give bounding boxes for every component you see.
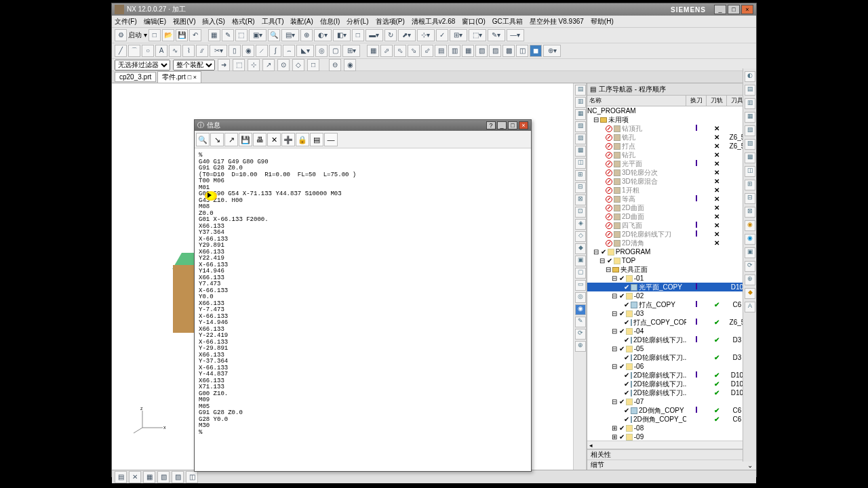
tree-row[interactable]: ✔ 光平面_COPYD10 [587, 283, 756, 291]
info-save-icon[interactable]: 💾 [239, 133, 252, 146]
op7-icon[interactable]: ▥ [448, 45, 460, 57]
start-icon[interactable]: ⚙ [115, 29, 127, 41]
op10-icon[interactable]: ▨ [489, 45, 501, 57]
csys-icon[interactable]: ⊹▾ [417, 29, 435, 41]
sb5-icon[interactable]: ▨ [172, 471, 184, 483]
line-icon[interactable]: —▾ [507, 29, 524, 41]
op1-icon[interactable]: ▦ [367, 45, 379, 57]
vb2-icon[interactable]: ▥ [575, 97, 586, 108]
tree-row[interactable]: ✔ 2D倒角_COPY_COPY✔C6 [587, 415, 756, 424]
start-label[interactable]: 启动 ▾ [128, 30, 147, 40]
arc-tool-icon[interactable]: ⌒ [128, 45, 140, 57]
rs8-icon[interactable]: ◫ [745, 166, 755, 177]
tree-row[interactable]: ⊟ ✔ -07 [587, 397, 756, 406]
sb4-icon[interactable]: ▧ [157, 471, 170, 483]
op6-icon[interactable]: ▤ [435, 45, 447, 57]
tab-part[interactable]: 零件.prt□ × [157, 71, 201, 83]
filter-btn4-icon[interactable]: ↗ [262, 59, 275, 71]
vb14-icon[interactable]: ◆ [575, 243, 586, 254]
tree-row[interactable]: 打点✕Z6_5 [587, 142, 756, 150]
tree-row[interactable]: ✔ 2D轮廓斜线下刀..✔D10 [587, 371, 756, 380]
rs6-icon[interactable]: ▨ [745, 139, 755, 150]
menu-edit[interactable]: 编辑(E) [144, 17, 166, 26]
rs7-icon[interactable]: ▩ [745, 152, 755, 163]
revolve-icon[interactable]: ◉ [242, 45, 254, 57]
hole-icon[interactable]: ◎ [315, 45, 328, 57]
zoom-icon[interactable]: 🔍 [268, 29, 280, 41]
assy-select[interactable]: 整个装配 [173, 60, 215, 70]
circle-tool-icon[interactable]: ○ [142, 45, 154, 57]
vb21-icon[interactable]: ⟳ [575, 329, 586, 340]
tree-row[interactable]: ⊟ ✔ -01 [587, 274, 756, 283]
rs11-icon[interactable]: ⊠ [745, 207, 755, 218]
tab-cp20[interactable]: cp20_3.prt [115, 72, 156, 82]
info-help-button[interactable]: ? [486, 121, 496, 129]
vb3-icon[interactable]: ▦ [575, 109, 586, 120]
vb7-icon[interactable]: ◫ [575, 158, 586, 169]
acc-detail[interactable]: 细节⌄ [587, 460, 756, 470]
tree-row[interactable]: ⊟ ✔ -04 [587, 327, 756, 336]
section-icon[interactable]: ▬▾ [366, 29, 383, 41]
tree-row[interactable]: 四飞面✕ [587, 221, 756, 230]
menu-prefs[interactable]: 首选项(P) [376, 17, 405, 26]
tree-row[interactable]: ✔ 打点_COPY_COPY✔Z6_5 [587, 318, 756, 327]
tree-row[interactable]: ✔ 2D轮廓斜线下刀..✔D3 [587, 353, 756, 362]
rs12-icon[interactable]: ◉ [745, 220, 755, 231]
rs17-icon[interactable]: ◆ [745, 288, 755, 299]
menu-analysis[interactable]: 分析(L) [347, 17, 368, 26]
menu-assembly[interactable]: 装配(A) [290, 17, 313, 26]
sweep-icon[interactable]: ⟋ [256, 45, 268, 57]
vb13-icon[interactable]: ◇ [575, 231, 586, 242]
menu-cleanup[interactable]: 清根工具v2.68 [412, 17, 455, 26]
tree-row[interactable]: 3D轮廓混合✕ [587, 177, 756, 186]
layer-icon[interactable]: ▤▾ [281, 29, 299, 41]
sb1-icon[interactable]: ▤ [115, 471, 127, 483]
col-name[interactable]: 名称 [587, 96, 686, 106]
menu-insert[interactable]: 插入(S) [202, 17, 224, 26]
info-find-icon[interactable]: 🔍 [196, 133, 210, 146]
tree-row[interactable]: ✔ 2D轮廓斜线下刀..✔D10 [587, 388, 756, 397]
tree-row[interactable]: 1开粗✕ [587, 186, 756, 195]
minimize-button[interactable]: _ [714, 5, 726, 14]
tree-row[interactable]: ⊟ ✔ -05 [587, 344, 756, 353]
tree-row[interactable]: NC_PROGRAM [587, 106, 756, 115]
op4-icon[interactable]: ⬂ [408, 45, 420, 57]
filter-btn9-icon[interactable]: ◉ [344, 59, 356, 71]
col-toolpath[interactable]: 刀轨 [707, 96, 727, 106]
vb10-icon[interactable]: ⊠ [575, 195, 586, 205]
vb1-icon[interactable]: ▤ [575, 85, 586, 96]
tab-close-icon[interactable]: □ × [188, 74, 197, 81]
tree-row[interactable]: 2D曲面✕ [587, 203, 756, 212]
tree-row[interactable]: ✔ 2D倒角_COPY✔C6 [587, 406, 756, 415]
vb16-icon[interactable]: ▢ [575, 268, 586, 279]
curve-tool-icon[interactable]: ∿ [169, 45, 181, 57]
vb17-icon[interactable]: ▭ [575, 280, 586, 291]
vb22-icon[interactable]: ⊕ [575, 341, 586, 352]
rs1-icon[interactable]: ◐ [745, 71, 755, 82]
tool3-icon[interactable]: ⬚ [235, 29, 248, 41]
info-wrap-icon[interactable]: ▤ [310, 133, 323, 146]
trim-tool-icon[interactable]: ✂▾ [210, 45, 227, 57]
spline-tool-icon[interactable]: ⌇ [182, 45, 195, 57]
orient-icon[interactable]: ⬈▾ [398, 29, 416, 41]
rs10-icon[interactable]: ⊟ [745, 193, 755, 204]
save-icon[interactable]: 💾 [176, 29, 188, 41]
filter-btn5-icon[interactable]: ⊙ [277, 59, 290, 71]
filter-btn6-icon[interactable]: ◇ [292, 59, 304, 71]
vb8-icon[interactable]: ⊞ [575, 170, 586, 181]
rs13-icon[interactable]: ◉ [745, 234, 755, 245]
info-titlebar[interactable]: ⓘ 信息 ? _ □ × [195, 120, 531, 131]
vb12-icon[interactable]: ◈ [575, 219, 586, 230]
tree-row[interactable]: 3D轮廓分次✕ [587, 168, 756, 177]
vb18-icon[interactable]: ◎ [575, 292, 586, 303]
maximize-button[interactable]: □ [728, 5, 740, 14]
sb3-icon[interactable]: ▦ [143, 471, 155, 483]
rs4-icon[interactable]: ▦ [745, 112, 755, 123]
rotate-icon[interactable]: ↻ [384, 29, 397, 41]
info-lock-icon[interactable]: 🔒 [296, 133, 309, 146]
grid-icon[interactable]: ⊞▾ [450, 29, 467, 41]
info-print-icon[interactable]: 🖶 [253, 133, 267, 146]
filter-select[interactable]: 无选择过滤器 [115, 60, 170, 70]
render-icon[interactable]: ◧▾ [333, 29, 351, 41]
tree-row[interactable]: 2D清角✕ [587, 239, 756, 247]
